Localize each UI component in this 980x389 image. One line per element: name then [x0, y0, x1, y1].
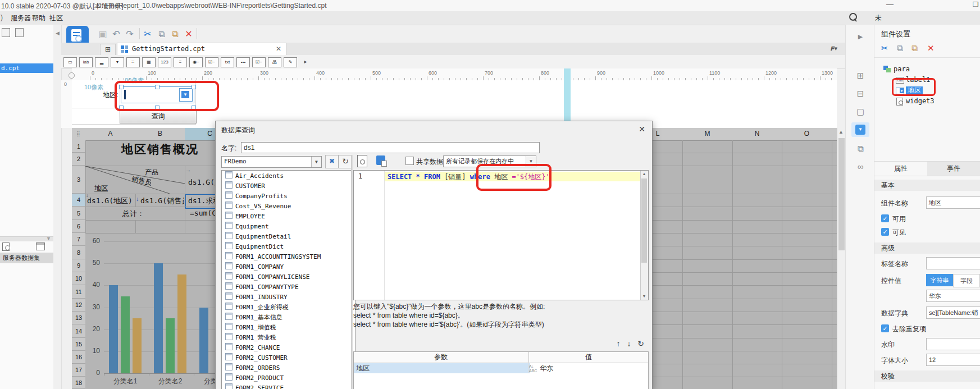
report-title-cell[interactable]: 地区销售概况	[85, 141, 235, 157]
chart-bar-series-green[interactable]	[166, 318, 175, 373]
border-settings-icon[interactable]: ▢	[851, 104, 869, 119]
table-list-item[interactable]: FORM1_COMPANYTYPE	[222, 282, 355, 292]
row-header-1[interactable]: 1	[72, 140, 86, 153]
table-list-item[interactable]: FORM2_PRODUCT	[222, 373, 355, 383]
checkbox-widget-icon[interactable]: ☑−	[252, 57, 266, 67]
tree-node-地区[interactable]: ▼地区	[896, 85, 923, 95]
row-header-8[interactable]: 8	[72, 246, 86, 259]
value-type-string[interactable]: 字符串	[926, 274, 953, 286]
undo-icon[interactable]: ↶	[110, 28, 122, 40]
table-list-item[interactable]: FORM1_基本信息	[222, 312, 355, 322]
tree-widget-icon[interactable]: 品	[268, 57, 281, 67]
resize-handle[interactable]	[119, 106, 124, 110]
paste-icon[interactable]: ⧉	[169, 28, 181, 40]
col-header-O[interactable]: O	[782, 128, 832, 141]
collapse-left-icon[interactable]: ◀	[56, 30, 60, 36]
watermark-input[interactable]	[926, 338, 980, 350]
param-name-cell[interactable]: 地区	[354, 363, 530, 373]
dedup-checkbox[interactable]: ✓	[881, 324, 889, 332]
scroll-up-icon[interactable]: ▲	[838, 129, 844, 135]
tag-name-input[interactable]	[926, 257, 980, 269]
menu-item-server[interactable]: 服务器	[11, 13, 31, 23]
tab-close-icon[interactable]: ✕	[276, 45, 281, 53]
table-list-item[interactable]: EMPLOYEE	[222, 211, 355, 221]
combocheck-widget-icon[interactable]: ∷	[126, 57, 140, 67]
collapse-right-icon[interactable]: ▶	[851, 29, 869, 44]
string-type-icon[interactable]: A↓ABC	[529, 364, 538, 373]
param-value-cell[interactable]: A↓ABC 华东	[528, 363, 648, 373]
col-header-A[interactable]: A	[85, 128, 136, 141]
share-dataset-checkbox[interactable]	[405, 157, 414, 165]
password-widget-icon[interactable]: •••	[236, 57, 250, 67]
table-list-item[interactable]: CUSTOMER	[222, 181, 355, 191]
cell-A5[interactable]: 总计：	[122, 209, 144, 219]
row-header-12[interactable]: 12	[72, 299, 86, 312]
label-widget-icon[interactable]: lab	[79, 57, 93, 67]
scrollbar-thumb[interactable]	[838, 138, 845, 250]
delete-icon[interactable]: ✕	[183, 28, 195, 40]
combobox-dropdown-button[interactable]: ▼	[179, 88, 193, 102]
widget-value-input[interactable]: 华东	[926, 290, 980, 302]
radio-group-icon[interactable]: ◉−	[189, 57, 203, 67]
connection-config-icon[interactable]: ✖	[325, 155, 339, 168]
row-header-5[interactable]: 5	[72, 207, 86, 220]
number-widget-icon[interactable]: 123	[158, 57, 171, 67]
tree-node-para[interactable]: para	[883, 64, 910, 74]
refresh-ic[interactable]: ↻	[339, 155, 352, 168]
row-header-16[interactable]: 16	[72, 351, 86, 364]
tree-node-widget3[interactable]: widget3	[896, 96, 935, 106]
template-icon[interactable]	[2, 28, 10, 37]
connection-select[interactable]: FRDemo ▼	[221, 156, 322, 168]
sheet-corner-cell[interactable]: ⣿	[72, 128, 86, 141]
cell-B4[interactable]: ds1.G(销售员)	[140, 196, 184, 206]
resize-handle[interactable]	[155, 85, 159, 89]
table-list-item[interactable]: FORM2_ORDERS	[222, 363, 355, 373]
redo-icon[interactable]: ↷	[124, 28, 136, 40]
value-type-field[interactable]: 字段	[953, 274, 980, 287]
table-list-item[interactable]: FORM1_增值税	[222, 322, 355, 332]
param-move-up-icon[interactable]: ↑	[616, 339, 620, 348]
table-list-item[interactable]: FORM2_SERVICE	[222, 383, 355, 389]
button-widget-icon[interactable]: ▂	[95, 57, 108, 67]
layout-toggle-icon[interactable]: 𝙁▾	[831, 45, 837, 52]
window-preview-icon[interactable]	[36, 242, 45, 250]
table-list-item[interactable]: FORM1_INDUSTRY	[222, 292, 355, 302]
sql-text[interactable]: SELECT * FROM [销量] where 地区 ='${地区}'	[388, 172, 550, 182]
scroll-up-icon[interactable]: ▲	[641, 171, 648, 177]
scroll-down-icon[interactable]: ▼	[641, 293, 648, 300]
table-list-item[interactable]: FORM1_ACCOUNTTINGSYSTEM	[222, 251, 355, 262]
tree-node-label1[interactable]: lablabel1	[896, 75, 930, 85]
widget-name-input[interactable]: 地区	[926, 196, 980, 209]
row-header-9[interactable]: 9	[72, 259, 86, 272]
form-settings-icon[interactable]: ⊞	[851, 68, 869, 83]
maximize-icon[interactable]: ❒	[973, 1, 979, 8]
param-move-down-icon[interactable]: ↓	[627, 339, 631, 348]
paste-icon[interactable]: ⧉	[911, 43, 918, 53]
row-header-10[interactable]: 10	[72, 272, 86, 285]
col-header-N[interactable]: N	[732, 128, 782, 141]
file-tree-item-selected[interactable]: d.cpt	[0, 63, 54, 73]
chart-bar-series-blue[interactable]	[199, 308, 208, 374]
parameter-table[interactable]: 参数 值 地区 A↓ABC 华东	[353, 351, 649, 389]
expand-arrow-icon[interactable]: ▸	[299, 57, 312, 66]
cut-icon[interactable]: ✂	[881, 43, 888, 53]
storage-select[interactable]: 所有记录都保存在内存中 ▼	[443, 155, 536, 167]
sql-editor[interactable]: 1 SELECT * FROM [销量] where 地区 ='${地区}' ▲…	[353, 170, 649, 300]
chart-bar-series-blue[interactable]	[154, 263, 163, 373]
table-list-item[interactable]: FORM1_COMPANY	[222, 262, 355, 272]
chart-bar-series-green[interactable]	[121, 296, 130, 373]
copy-icon[interactable]: ⧉	[156, 28, 168, 40]
datepicker-widget-icon[interactable]: ▦	[142, 57, 156, 67]
param-refresh-icon[interactable]: ↻	[637, 339, 644, 348]
resize-handle[interactable]	[119, 85, 124, 89]
visible-checkbox[interactable]: ✓	[881, 228, 889, 236]
new-tab-icon[interactable]: ⊞	[100, 44, 116, 56]
col-header-B[interactable]: B	[135, 128, 185, 141]
delete-icon[interactable]: ✕	[927, 43, 935, 53]
minimize-icon[interactable]: —	[886, 0, 894, 8]
row-header-14[interactable]: 14	[72, 324, 86, 338]
table-list-item[interactable]: CompanyProfits	[222, 191, 355, 201]
bar-chart[interactable]: 0102030405060分类名1分类名2分类名3	[85, 233, 215, 389]
table-list-item[interactable]: EquipmentDetail	[222, 231, 355, 241]
combobox-widget-icon[interactable]: ▾	[111, 57, 124, 67]
